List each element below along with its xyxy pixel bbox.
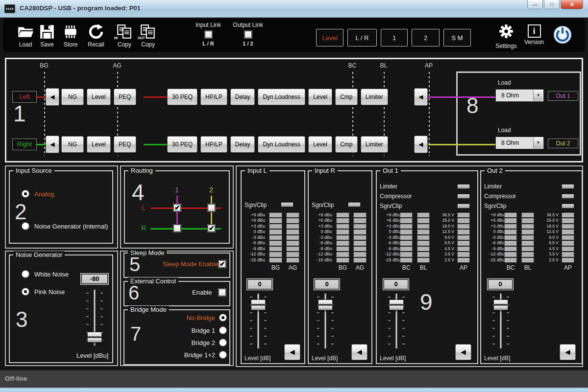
dbu-scale-label: -6 dBu xyxy=(243,240,265,246)
fader-handle[interactable] xyxy=(493,300,508,310)
bridge-1-radio[interactable] xyxy=(219,326,227,334)
view-1-button[interactable]: 1 xyxy=(381,29,408,46)
power-button[interactable] xyxy=(553,25,572,45)
routing-checkbox-l2[interactable] xyxy=(207,204,216,212)
dsp-block-button[interactable]: Level xyxy=(87,136,111,153)
level-value-box[interactable]: 0 xyxy=(246,278,273,290)
bridge-2-radio[interactable] xyxy=(219,339,227,346)
sleep-mode-checkbox[interactable] xyxy=(218,260,226,268)
bridge-1-2-radio[interactable] xyxy=(219,351,227,359)
dsp-block-button[interactable]: Level xyxy=(87,89,111,105)
load-dropdown-1[interactable]: 8 Ohm ▼ xyxy=(496,90,543,101)
section-number-6: 6 xyxy=(128,282,139,304)
fader-handle[interactable] xyxy=(87,332,102,343)
input-r-fader xyxy=(316,294,335,348)
fader-handle[interactable] xyxy=(251,300,266,310)
input-link-checkbox[interactable] xyxy=(204,30,213,39)
dsp-block-button[interactable]: Delay xyxy=(230,136,255,153)
fader-handle[interactable] xyxy=(318,300,333,310)
dbu-scale-label: -3 dBu xyxy=(482,235,505,240)
load-dropdown-2[interactable]: 8 Ohm ▼ xyxy=(496,137,543,149)
level-value-box[interactable]: 0 xyxy=(487,278,514,290)
routing-checkbox-r2[interactable] xyxy=(207,224,216,232)
white-noise-radio[interactable] xyxy=(22,270,29,278)
output-link-control: Output Link 1 / 2 xyxy=(229,22,267,46)
dsp-block-button[interactable]: Cmp xyxy=(335,89,358,105)
wire-right-in xyxy=(37,144,46,145)
dsp-block-button[interactable]: HP/LP xyxy=(200,136,227,153)
level-value-box[interactable]: 0 xyxy=(314,278,340,290)
volt-scale-label: 12.5 V xyxy=(428,229,454,234)
save-button[interactable]: Save xyxy=(35,23,59,48)
maximize-button[interactable]: □ xyxy=(544,0,560,9)
output-link-checkbox[interactable] xyxy=(244,30,252,39)
dbu-scale-label: 0 dBu xyxy=(310,229,332,234)
dbu-scale-label: 0 dBu xyxy=(482,229,505,234)
dbu-scale-label: -15 dBu xyxy=(243,257,265,263)
settings-button[interactable]: Settings xyxy=(492,23,520,49)
blocks-left-pre: NGLevelPEQ xyxy=(61,89,136,105)
dsp-block-button[interactable]: Cmp xyxy=(335,136,358,153)
noise-generator-radio[interactable] xyxy=(22,222,29,230)
close-button[interactable]: ✕ xyxy=(561,0,583,9)
routing-checkbox-l1[interactable] xyxy=(173,204,181,212)
wire-left-in xyxy=(37,96,46,98)
mute-button-left-input[interactable]: ◄ xyxy=(46,88,59,106)
dsp-block-button[interactable]: HP/LP xyxy=(200,89,227,105)
mute-button-left-output[interactable]: ◄ xyxy=(414,88,428,106)
view-sm-button[interactable]: S M xyxy=(443,29,471,46)
analog-radio[interactable] xyxy=(22,190,29,198)
dsp-block-button[interactable]: Limiter xyxy=(361,136,388,153)
volt-scale-label: 9.0 V xyxy=(428,235,454,240)
version-button[interactable]: i Version xyxy=(520,23,548,46)
copy-out-button[interactable]: OUT Copy xyxy=(136,23,160,48)
dbu-scale-label: +6 dBu xyxy=(378,218,400,223)
mute-button-out-1[interactable]: ◄ xyxy=(455,344,471,360)
volt-scale-label: 2.5 V xyxy=(532,257,559,263)
dsp-block-button[interactable]: Level xyxy=(308,136,332,153)
load-button[interactable]: Load xyxy=(14,23,37,48)
mute-button-out-2[interactable]: ◄ xyxy=(560,344,576,360)
fader-handle[interactable] xyxy=(389,300,404,310)
dsp-block-button[interactable]: NG xyxy=(61,89,84,105)
dbu-scale-label: +3 dBu xyxy=(482,224,505,229)
dropdown-arrow-icon[interactable]: ▼ xyxy=(533,138,543,148)
view-lr-button[interactable]: L / R xyxy=(347,29,377,46)
recall-button[interactable]: Recall xyxy=(84,23,108,48)
minimize-button[interactable]: — xyxy=(527,0,543,9)
floppy-icon xyxy=(35,23,59,40)
pink-noise-radio[interactable] xyxy=(22,288,29,296)
noise-level-value[interactable]: -80 xyxy=(80,273,109,285)
level-value-box[interactable]: 0 xyxy=(383,278,409,290)
dsp-block-button[interactable]: 30 PEQ xyxy=(167,136,197,153)
out-1-panel: Out 1 Limiter Compressor Sgn/Clip +9 dBu… xyxy=(376,170,478,364)
marker-bg: BG xyxy=(36,62,52,69)
dsp-block-button[interactable]: Dyn Loudness xyxy=(258,89,305,105)
dsp-block-button[interactable]: Delay xyxy=(230,89,255,105)
mute-button-input-r[interactable]: ◄ xyxy=(351,344,368,360)
dbu-scale-label: -9 dBu xyxy=(243,246,265,252)
routing-checkbox-r1[interactable] xyxy=(173,224,181,232)
dsp-block-button[interactable]: PEQ xyxy=(114,89,136,105)
view-level-button[interactable]: Level xyxy=(316,29,343,46)
dbu-scale-label: -3 dBu xyxy=(378,235,400,240)
external-control-checkbox[interactable] xyxy=(218,288,226,297)
dsp-block-button[interactable]: Level xyxy=(308,89,332,105)
section-number-9: 9 xyxy=(420,289,433,315)
limiter-led xyxy=(457,184,470,189)
compressor-led xyxy=(562,194,574,199)
copy-in-button[interactable]: IN Copy xyxy=(113,23,136,48)
mute-button-right-input[interactable]: ◄ xyxy=(46,136,59,153)
dsp-block-button[interactable]: NG xyxy=(61,136,84,153)
mute-button-right-output[interactable]: ◄ xyxy=(414,136,428,153)
dsp-block-button[interactable]: 30 PEQ xyxy=(167,89,197,105)
dsp-block-button[interactable]: PEQ xyxy=(114,136,136,153)
mute-button-input-l[interactable]: ◄ xyxy=(284,344,300,360)
blocks-right-pre: NGLevelPEQ xyxy=(61,136,136,153)
dsp-block-button[interactable]: Dyn Loudness xyxy=(258,136,305,153)
store-button[interactable]: Store xyxy=(59,23,82,48)
view-2-button[interactable]: 2 xyxy=(412,29,440,46)
dropdown-arrow-icon[interactable]: ▼ xyxy=(533,90,543,101)
no-bridge-radio[interactable] xyxy=(219,314,227,322)
dsp-block-button[interactable]: Limiter xyxy=(361,89,388,105)
